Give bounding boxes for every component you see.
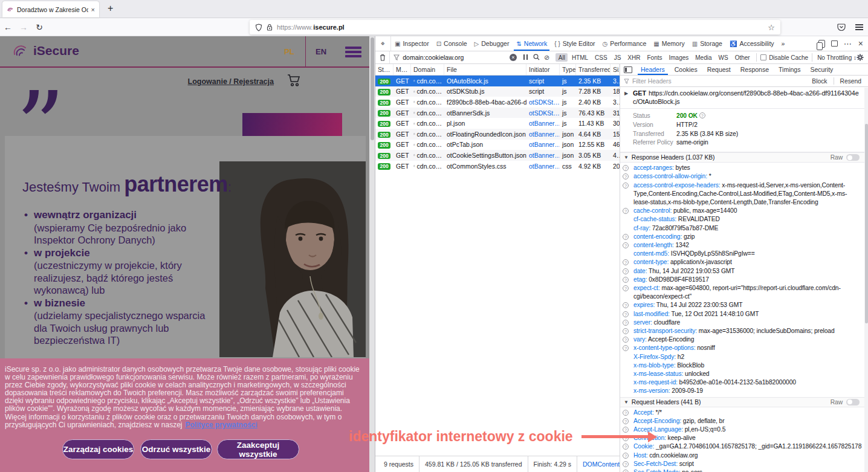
filter-chip-ws[interactable]: WS	[716, 53, 731, 62]
privacy-policy-link[interactable]: Polityce prywatności	[185, 421, 257, 429]
resend-button[interactable]: Resend	[837, 78, 865, 85]
header-row-content-type[interactable]: ?content-type: application/x-javascript	[620, 258, 864, 267]
response-headers-title-row[interactable]: ▼Response Headers (1.037 KB)Raw	[620, 152, 864, 163]
request-row[interactable]: 200GETcdn.co…otSDKStub.jsscriptjs7.28 KB…	[375, 86, 620, 97]
pick-element-icon[interactable]: ⌖	[375, 36, 391, 51]
column-header-m-[interactable]: M…	[394, 64, 411, 75]
responsive-design-mode-icon[interactable]	[818, 40, 825, 48]
url-filter-input[interactable]: domain:cookielaw.org ×	[390, 54, 520, 61]
filter-chip-other[interactable]: Other	[732, 53, 753, 62]
cookie-button-zaakceptuj-wszystkie[interactable]: Zaakceptuj wszystkie	[217, 439, 299, 459]
pocket-icon[interactable]	[837, 23, 846, 31]
bookmark-star-icon[interactable]: ☆	[768, 23, 775, 32]
request-table-header[interactable]: St…M…DomainFileInitiatorTypeTransferredS…	[375, 64, 620, 76]
devtools-tab-network[interactable]: ⇅Network	[513, 36, 551, 51]
initiator-cell[interactable]: otSDKSt…	[526, 99, 560, 106]
header-row-etag[interactable]: ?etag: 0x8D98D8F4F819517	[620, 276, 864, 284]
header-row-x-ms-request-id[interactable]: x-ms-request-id: b4952d0e-a01e-0014-2132…	[620, 378, 864, 387]
header-row-accept[interactable]: ?Accept: */*	[620, 409, 864, 417]
reload-icon[interactable]: ↻	[31, 22, 47, 32]
help-question-icon[interactable]: ?	[623, 470, 629, 472]
help-question-icon[interactable]: ?	[623, 345, 629, 351]
initiator-cell[interactable]: otBanner…	[526, 141, 560, 148]
help-question-icon[interactable]: ?	[623, 311, 629, 317]
request-row[interactable]: 200GETcdn.co…otCookieSettingsButton.json…	[375, 150, 620, 161]
header-row-accept-ranges[interactable]: ?accept-ranges: bytes	[620, 164, 864, 172]
request-headers-title-row[interactable]: ▼Request Headers (441 B)Raw	[620, 397, 864, 407]
column-header-file[interactable]: File	[444, 64, 526, 75]
header-row-cf-ray[interactable]: cf-ray: 72ac80f79f5a7b87-DME	[620, 224, 864, 233]
header-row-accept-encoding[interactable]: ?Accept-Encoding: gzip, deflate, br	[620, 417, 864, 425]
block-url-button[interactable]: Block	[809, 78, 830, 85]
block-requests-icon[interactable]: ⊘	[542, 54, 552, 62]
header-row-x-content-type-options[interactable]: ?x-content-type-options: nosniff	[620, 344, 864, 352]
header-row-cache-control[interactable]: ?cache-control: public, max-age=14400	[620, 207, 864, 215]
details-tab-request[interactable]: Request	[702, 64, 736, 75]
column-header-st-[interactable]: St…	[375, 64, 394, 75]
throttling-dropdown[interactable]: No Throttling ↕	[817, 54, 857, 61]
header-row-access-control-allow-origin[interactable]: ?access-control-allow-origin: *	[620, 172, 864, 181]
help-question-icon[interactable]: ?	[623, 208, 629, 214]
request-row[interactable]: 200GETcdn.co…otFloatingRoundedIcon.jsono…	[375, 129, 620, 140]
network-settings-gear-icon[interactable]	[857, 54, 868, 61]
site-logo[interactable]: iSecure	[12, 42, 79, 59]
column-header-size[interactable]: Size	[611, 64, 620, 75]
filter-chip-js[interactable]: JS	[611, 53, 624, 62]
clear-filter-icon[interactable]: ×	[510, 54, 517, 61]
filter-chip-css[interactable]: CSS	[592, 53, 611, 62]
column-header-transferred[interactable]: Transferred	[576, 64, 611, 75]
header-row-date[interactable]: ?date: Thu, 14 Jul 2022 19:00:53 GMT	[620, 267, 864, 276]
header-row-access-control-expose-headers[interactable]: ?access-control-expose-headers: x-ms-req…	[620, 181, 864, 207]
header-row-x-firefox-spdy[interactable]: X-Firefox-Spdy: h2	[620, 353, 864, 361]
collapse-caret-icon[interactable]: ▼	[624, 399, 629, 405]
initiator-cell[interactable]: otBanner…	[526, 120, 560, 127]
url-bar[interactable]: https://www. isecure.pl ☆	[250, 20, 780, 34]
header-row-strict-transport-security[interactable]: ?strict-transport-security: max-age=3153…	[620, 327, 864, 335]
header-row-sec-fetch-dest[interactable]: ?Sec-Fetch-Dest: script	[620, 460, 864, 468]
help-question-icon[interactable]: ?	[623, 173, 629, 179]
help-question-icon[interactable]: ?	[623, 410, 629, 416]
header-row-sec-fetch-mode[interactable]: ?Sec-Fetch-Mode: no-cors	[620, 468, 864, 472]
initiator-cell[interactable]: otBanner…	[526, 131, 560, 138]
app-menu-icon[interactable]	[855, 23, 863, 31]
new-tab-button[interactable]: +	[108, 3, 113, 14]
header-row-expires[interactable]: ?expires: Thu, 14 Jul 2022 23:00:53 GMT	[620, 301, 864, 309]
devtools-tab-performance[interactable]: ◷Performance	[598, 36, 650, 51]
raw-toggle-switch[interactable]	[846, 399, 860, 406]
help-question-icon[interactable]: ?	[623, 320, 629, 326]
cookie-button-zarz-dzaj-cookies[interactable]: Zarządzaj cookies	[62, 439, 134, 459]
header-row-content-length[interactable]: ?content-length: 1342	[620, 241, 864, 250]
forward-icon[interactable]: →	[16, 22, 31, 32]
lang-switch-pl[interactable]: PL	[284, 47, 294, 56]
collapse-caret-icon[interactable]: ▼	[624, 155, 629, 160]
help-question-icon[interactable]: ?	[623, 285, 629, 291]
statusbar-item[interactable]: DOMContentLoaded:	[583, 461, 620, 468]
header-row-content-encoding[interactable]: ?content-encoding: gzip	[620, 233, 864, 241]
details-tab-response[interactable]: Response	[736, 64, 774, 75]
help-question-icon[interactable]: ?	[623, 183, 629, 189]
devtools-tab-accessibility[interactable]: ♿Accessibility	[726, 36, 778, 51]
close-devtools-icon[interactable]: ×	[858, 39, 863, 48]
devtools-tab-console[interactable]: ⊡Console	[433, 36, 471, 51]
help-question-icon[interactable]: ?	[623, 418, 629, 424]
more-tabs-chevron-icon[interactable]: »	[778, 36, 789, 51]
header-row-x-ms-lease-status[interactable]: x-ms-lease-status: unlocked	[620, 370, 864, 378]
browser-tab-active[interactable]: Doradztwo w Zakresie Ochrony Dany ×	[2, 1, 99, 18]
tab-close-icon[interactable]: ×	[91, 6, 95, 13]
site-menu-icon[interactable]	[345, 45, 361, 59]
filter-chip-fonts[interactable]: Fonts	[644, 53, 665, 62]
help-question-icon[interactable]: ?	[623, 328, 629, 334]
toolbox-options-icon[interactable]: ⋯	[844, 39, 852, 48]
devtools-tab-inspector[interactable]: ▣Inspector	[391, 36, 433, 51]
devtools-tab-debugger[interactable]: ▷Debugger	[471, 36, 513, 51]
filter-chip-images[interactable]: Images	[666, 53, 691, 62]
request-row[interactable]: 200GETcdn.co…OtAutoBlock.jsscriptjs2.35 …	[375, 76, 620, 86]
devtools-tab-storage[interactable]: ▥Storage	[688, 36, 726, 51]
details-tab-headers[interactable]: Headers	[636, 64, 670, 75]
header-row-vary[interactable]: ?vary: Accept-Encoding	[620, 335, 864, 344]
help-question-icon[interactable]: ?	[623, 453, 629, 459]
column-header-type[interactable]: Type	[560, 64, 576, 75]
filter-chip-html[interactable]: HTML	[569, 53, 591, 62]
details-scrollbar-thumb[interactable]	[865, 124, 868, 323]
header-row-x-ms-blob-type[interactable]: x-ms-blob-type: BlockBlob	[620, 361, 864, 370]
